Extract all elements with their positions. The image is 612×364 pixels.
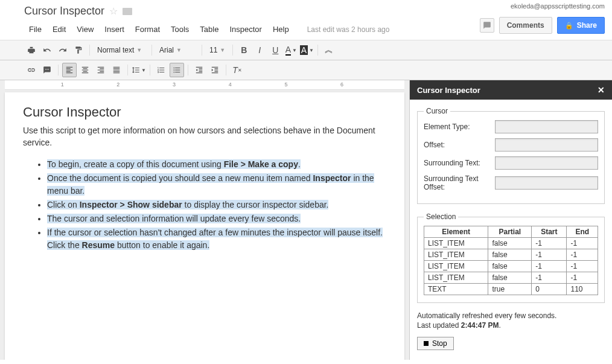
document-page[interactable]: Cursor Inspector Use this script to get … — [5, 92, 404, 360]
collapse-toolbar-icon[interactable]: ︽ — [322, 43, 336, 57]
align-right-icon[interactable] — [94, 63, 108, 77]
list-item: Click on Inspector > Show sidebar to dis… — [47, 199, 386, 211]
bold-icon[interactable]: B — [237, 43, 251, 57]
table-row: LIST_ITEMfalse-1-1 — [424, 261, 598, 272]
surrounding-text-offset-label: Surrounding Text Offset: — [424, 174, 490, 191]
menu-format[interactable]: Format — [130, 22, 165, 36]
cursor-fieldset: Cursor Element Type: Offset: Surrounding… — [417, 107, 605, 204]
star-icon[interactable]: ☆ — [109, 5, 118, 17]
document-area[interactable]: 1 2 3 4 5 6 Cursor Inspector Use this sc… — [0, 80, 409, 360]
table-row: LIST_ITEMfalse-1-1 — [424, 249, 598, 261]
surrounding-text-label: Surrounding Text: — [424, 159, 490, 167]
element-type-label: Element Type: — [424, 123, 490, 131]
toolbar-row-2: ▼ T✕ — [0, 60, 612, 80]
list-item: The cursor and selection information wil… — [47, 212, 386, 225]
table-row: LIST_ITEMfalse-1-1 — [424, 238, 598, 249]
element-type-input[interactable] — [495, 120, 598, 133]
decrease-indent-icon[interactable] — [192, 63, 206, 77]
surrounding-text-offset-input[interactable] — [495, 176, 598, 190]
italic-icon[interactable]: I — [252, 43, 267, 57]
underline-icon[interactable]: U — [268, 43, 282, 57]
list-item: If the cursor or selection hasn't change… — [47, 226, 386, 252]
last-updated: Last updated 2:44:47 PM. — [417, 321, 605, 330]
list-item: To begin, create a copy of this document… — [47, 158, 386, 171]
selection-table: Element Partial Start End LIST_ITEMfalse… — [424, 226, 598, 295]
numbered-list-icon[interactable] — [154, 63, 168, 77]
paint-format-icon[interactable] — [71, 43, 86, 57]
cursor-legend: Cursor — [424, 107, 450, 115]
font-select[interactable]: Arial▼ — [156, 45, 198, 56]
share-label: Share — [577, 21, 597, 30]
comments-button[interactable]: Comments — [499, 17, 552, 34]
col-end: End — [567, 226, 598, 238]
user-email[interactable]: ekoleda@appsscripttesting.com — [511, 2, 605, 10]
table-row: LIST_ITEMfalse-1-1 — [424, 272, 598, 284]
stop-button[interactable]: Stop — [417, 337, 454, 350]
menu-inspector[interactable]: Inspector — [225, 22, 266, 36]
highlight-icon[interactable]: A▼ — [299, 43, 314, 57]
stop-icon — [424, 341, 429, 346]
ruler[interactable]: 1 2 3 4 5 6 — [5, 80, 404, 90]
offset-label: Offset: — [424, 141, 490, 149]
sidebar: Cursor Inspector ✕ Cursor Element Type: … — [409, 80, 612, 360]
selection-fieldset: Selection Element Partial Start End LIST… — [417, 212, 605, 303]
increase-indent-icon[interactable] — [208, 63, 222, 77]
close-icon[interactable]: ✕ — [598, 85, 605, 95]
stop-label: Stop — [432, 339, 447, 348]
folder-icon[interactable] — [123, 8, 132, 15]
doc-heading: Cursor Inspector — [23, 104, 386, 120]
lock-icon: 🔒 — [565, 22, 573, 30]
line-spacing-icon[interactable]: ▼ — [132, 63, 146, 77]
font-size-select[interactable]: 11▼ — [206, 45, 229, 56]
table-row: TEXTtrue0110 — [424, 284, 598, 295]
toolbar: Normal text▼ Arial▼ 11▼ B I U A▼ A▼ ︽ — [0, 40, 612, 60]
menu-edit[interactable]: Edit — [48, 22, 71, 36]
text-color-icon[interactable]: A▼ — [284, 43, 298, 57]
comment-icon-button[interactable] — [480, 18, 494, 33]
redo-icon[interactable] — [56, 43, 70, 57]
align-justify-icon[interactable] — [109, 63, 124, 77]
menu-tools[interactable]: Tools — [166, 22, 194, 36]
print-icon[interactable] — [24, 43, 39, 57]
col-element: Element — [424, 226, 488, 238]
doc-list: To begin, create a copy of this document… — [23, 158, 386, 252]
surrounding-text-input[interactable] — [495, 156, 598, 170]
bullet-list-icon[interactable] — [170, 63, 184, 77]
link-icon[interactable] — [24, 63, 39, 77]
sidebar-title: Cursor Inspector — [417, 86, 480, 95]
clear-format-icon[interactable]: T✕ — [230, 63, 244, 77]
style-select[interactable]: Normal text▼ — [94, 45, 148, 56]
menu-help[interactable]: Help — [268, 22, 294, 36]
menu-insert[interactable]: Insert — [100, 22, 129, 36]
speech-bubble-icon — [483, 21, 491, 30]
refresh-note: Automatically refreshed every few second… — [417, 311, 605, 320]
undo-icon[interactable] — [40, 43, 54, 57]
list-item: Once the document is copied you should s… — [47, 172, 386, 197]
share-button[interactable]: 🔒 Share — [557, 17, 605, 34]
insert-comment-icon[interactable] — [40, 63, 54, 77]
align-left-icon[interactable] — [62, 63, 77, 77]
menu-view[interactable]: View — [72, 22, 98, 36]
col-partial: Partial — [488, 226, 532, 238]
menu-table[interactable]: Table — [195, 22, 223, 36]
doc-intro: Use this script to get more information … — [23, 125, 386, 148]
menu-file[interactable]: File — [24, 22, 46, 36]
col-start: Start — [532, 226, 567, 238]
document-title[interactable]: Cursor Inspector — [24, 5, 104, 18]
last-edit-text[interactable]: Last edit was 2 hours ago — [307, 25, 390, 34]
offset-input[interactable] — [495, 138, 598, 152]
selection-legend: Selection — [424, 212, 458, 221]
align-center-icon[interactable] — [78, 63, 92, 77]
